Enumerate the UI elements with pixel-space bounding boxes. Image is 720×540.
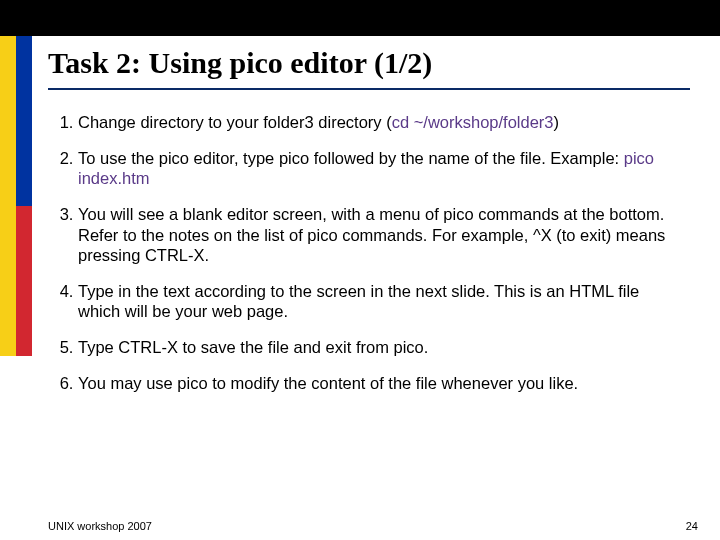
slide-content: Task 2: Using pico editor (1/2) Change d… [48, 46, 690, 522]
slide-footer: UNIX workshop 2007 24 [48, 520, 698, 532]
sidebar-yellow-stripe [0, 36, 16, 356]
sidebar-red-stripe [16, 206, 32, 356]
slide-title: Task 2: Using pico editor (1/2) [48, 46, 690, 90]
step-5: Type CTRL-X to save the file and exit fr… [78, 337, 690, 357]
steps-list: Change directory to your folder3 directo… [48, 112, 690, 393]
step-2-text-a: To use the pico editor, type pico follow… [78, 149, 624, 167]
step-1: Change directory to your folder3 directo… [78, 112, 690, 132]
step-6: You may use pico to modify the content o… [78, 373, 690, 393]
footer-page-number: 24 [686, 520, 698, 532]
footer-left: UNIX workshop 2007 [48, 520, 152, 532]
step-4: Type in the text according to the screen… [78, 281, 690, 321]
step-1-text-a: Change directory to your folder3 directo… [78, 113, 392, 131]
step-1-command: cd ~/workshop/folder3 [392, 113, 554, 131]
step-3: You will see a blank editor screen, with… [78, 204, 690, 264]
sidebar-blue-stripe [16, 36, 32, 206]
step-1-text-c: ) [554, 113, 560, 131]
step-2: To use the pico editor, type pico follow… [78, 148, 690, 188]
top-bar [0, 0, 720, 36]
